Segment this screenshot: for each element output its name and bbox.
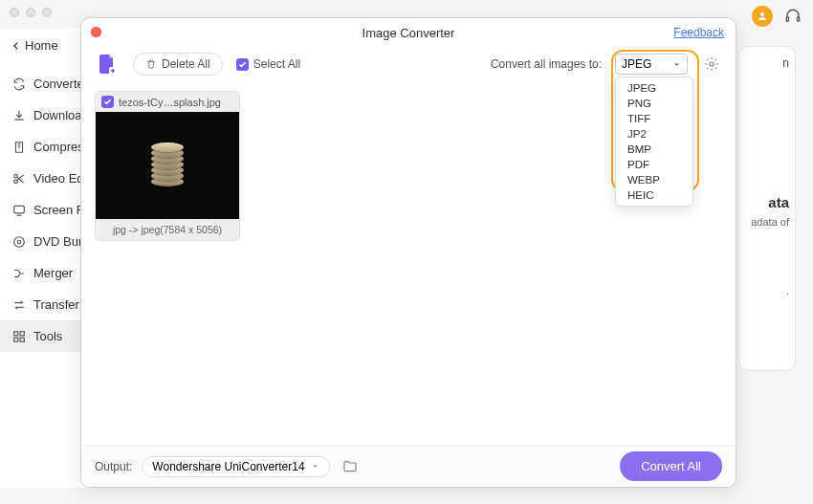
format-option-jpeg[interactable]: JPEG bbox=[616, 80, 692, 96]
output-label: Output: bbox=[95, 460, 132, 473]
toolbar: Delete All Select All Convert all images… bbox=[81, 47, 736, 81]
svg-point-7 bbox=[17, 240, 21, 244]
select-all-checkbox[interactable]: Select All bbox=[236, 57, 300, 71]
svg-rect-10 bbox=[13, 338, 17, 341]
svg-rect-8 bbox=[13, 331, 17, 335]
svg-point-0 bbox=[760, 12, 764, 16]
format-select-wrapper: JPEG JPEG PNG TIFF JP2 BMP PDF WEBP HEIC bbox=[615, 54, 688, 75]
format-dropdown: JPEG PNG TIFF JP2 BMP PDF WEBP HEIC bbox=[615, 77, 693, 207]
disc-icon bbox=[11, 234, 26, 249]
convert-to-label: Convert all images to: bbox=[491, 57, 602, 71]
right-panel-truncated: n ata adata of . bbox=[738, 46, 796, 371]
settings-button[interactable] bbox=[701, 54, 722, 75]
file-card[interactable]: tezos-tCy…splash.jpg jpg -> jpeg(7584 x … bbox=[95, 91, 240, 241]
open-folder-button[interactable] bbox=[340, 456, 361, 477]
format-value: JPEG bbox=[622, 57, 651, 71]
gear-icon bbox=[704, 56, 719, 72]
sidebar-item-label: Merger bbox=[33, 266, 73, 280]
chevron-down-icon bbox=[672, 60, 681, 69]
close-icon[interactable] bbox=[91, 27, 101, 37]
format-select[interactable]: JPEG bbox=[615, 54, 688, 75]
svg-point-13 bbox=[710, 62, 714, 66]
transfer-icon bbox=[11, 297, 26, 312]
select-all-label: Select All bbox=[253, 57, 300, 71]
bottom-bar: Output: Wondershare UniConverter14 Conve… bbox=[81, 445, 736, 487]
support-icon[interactable] bbox=[782, 6, 803, 27]
checkbox-checked-icon bbox=[236, 58, 249, 71]
macos-traffic-lights bbox=[10, 8, 52, 17]
add-file-button[interactable] bbox=[95, 52, 120, 77]
chevron-down-icon bbox=[311, 462, 319, 471]
feedback-link[interactable]: Feedback bbox=[673, 26, 724, 39]
image-converter-window: Image Converter Feedback Delete All Sele… bbox=[80, 17, 736, 488]
trash-icon bbox=[145, 58, 157, 70]
download-icon bbox=[11, 108, 26, 122]
file-checkbox[interactable] bbox=[101, 96, 114, 108]
file-name-bar: tezos-tCy…splash.jpg bbox=[96, 92, 239, 112]
sync-icon bbox=[11, 77, 26, 91]
rpanel-text: n bbox=[745, 56, 789, 70]
avatar[interactable] bbox=[752, 6, 773, 27]
delete-all-label: Delete All bbox=[162, 57, 210, 71]
svg-point-6 bbox=[13, 236, 24, 247]
rpanel-sub2: . bbox=[745, 285, 789, 296]
convert-all-button[interactable]: Convert All bbox=[620, 451, 722, 481]
rpanel-sub: adata of bbox=[745, 216, 789, 228]
svg-rect-2 bbox=[798, 17, 800, 22]
tl-max[interactable] bbox=[42, 8, 52, 17]
compress-icon bbox=[11, 140, 26, 154]
screen-icon bbox=[11, 203, 26, 217]
file-name: tezos-tCy…splash.jpg bbox=[119, 97, 221, 108]
format-option-png[interactable]: PNG bbox=[616, 96, 692, 111]
sidebar-item-label: Transfer bbox=[33, 297, 79, 312]
output-path-select[interactable]: Wondershare UniConverter14 bbox=[142, 456, 329, 477]
tl-close[interactable] bbox=[10, 8, 19, 17]
modal-title: Image Converter bbox=[363, 26, 455, 40]
format-option-jp2[interactable]: JP2 bbox=[616, 126, 692, 142]
file-thumbnail bbox=[96, 112, 239, 219]
format-option-webp[interactable]: WEBP bbox=[616, 172, 692, 187]
format-option-pdf[interactable]: PDF bbox=[616, 157, 692, 172]
output-value: Wondershare UniConverter14 bbox=[152, 460, 304, 473]
format-option-bmp[interactable]: BMP bbox=[616, 142, 692, 157]
header-right bbox=[752, 6, 803, 27]
back-home-label: Home bbox=[25, 38, 58, 53]
rpanel-heading: ata bbox=[745, 194, 789, 210]
modal-header: Image Converter Feedback bbox=[81, 18, 736, 47]
format-option-tiff[interactable]: TIFF bbox=[616, 111, 692, 126]
svg-rect-5 bbox=[13, 206, 24, 213]
grid-icon bbox=[11, 329, 26, 343]
delete-all-button[interactable]: Delete All bbox=[133, 53, 223, 76]
folder-icon bbox=[342, 459, 358, 474]
file-meta: jpg -> jpeg(7584 x 5056) bbox=[96, 219, 239, 240]
svg-rect-11 bbox=[20, 338, 24, 341]
format-option-heic[interactable]: HEIC bbox=[616, 187, 692, 203]
svg-rect-9 bbox=[20, 331, 24, 335]
scissors-icon bbox=[11, 171, 26, 186]
merge-icon bbox=[11, 266, 26, 280]
svg-rect-1 bbox=[786, 17, 788, 22]
sidebar-item-label: Tools bbox=[33, 329, 62, 343]
coin-stack-image bbox=[151, 144, 184, 186]
tl-min[interactable] bbox=[26, 8, 35, 17]
